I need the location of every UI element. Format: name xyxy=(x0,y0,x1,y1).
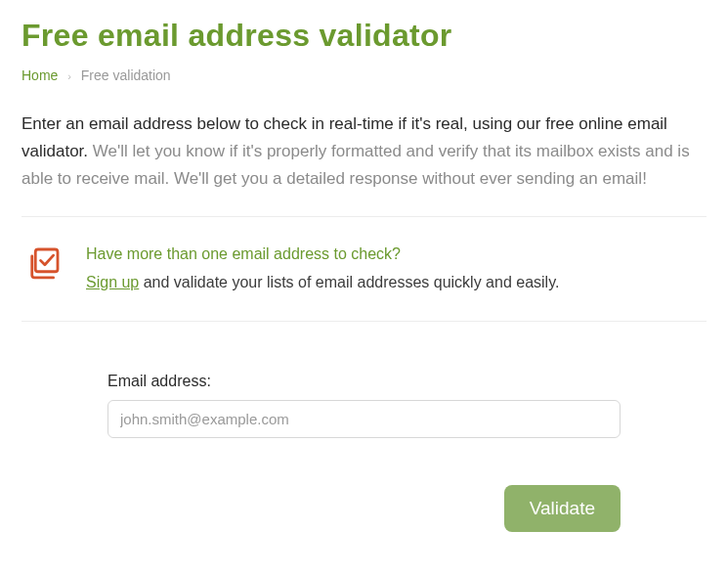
signup-link[interactable]: Sign up xyxy=(86,274,139,290)
page-title: Free email address validator xyxy=(21,18,707,54)
callout-text: Have more than one email address to chec… xyxy=(86,241,559,297)
intro-rest: We'll let you know if it's properly form… xyxy=(21,142,690,188)
multi-check-icon xyxy=(23,243,64,284)
callout: Have more than one email address to chec… xyxy=(21,231,707,307)
svg-rect-0 xyxy=(35,249,58,272)
breadcrumb-current: Free validation xyxy=(81,67,171,83)
form-actions: Validate xyxy=(107,485,621,532)
callout-question: Have more than one email address to chec… xyxy=(86,241,559,269)
breadcrumb: Home › Free validation xyxy=(21,67,707,83)
chevron-right-icon: › xyxy=(67,70,71,82)
divider xyxy=(21,321,707,322)
intro-lead: Enter an email address below to check in… xyxy=(21,114,473,133)
validation-form: Email address: Validate xyxy=(21,335,707,552)
email-input[interactable] xyxy=(107,400,621,438)
intro-text: Enter an email address below to check in… xyxy=(21,111,707,193)
divider xyxy=(21,216,707,217)
email-label: Email address: xyxy=(107,373,621,390)
breadcrumb-home-link[interactable]: Home xyxy=(21,67,58,83)
callout-rest: and validate your lists of email address… xyxy=(139,274,559,290)
validate-button[interactable]: Validate xyxy=(504,485,621,532)
